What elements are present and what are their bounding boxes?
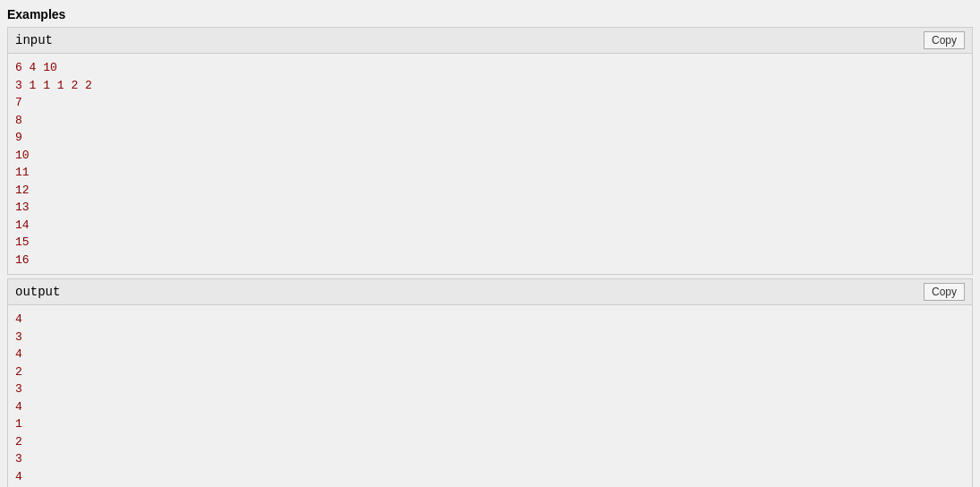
output-copy-button[interactable]: Copy [924,283,965,301]
list-item: 2 [15,433,965,451]
input-copy-button[interactable]: Copy [924,31,965,49]
list-item: 13 [15,199,965,217]
examples-label: Examples [7,7,973,21]
output-section: output Copy 4342341234 [7,278,973,487]
list-item: 1 [15,415,965,433]
list-item: 4 [15,311,965,329]
list-item: 8 [15,112,965,130]
input-section: input Copy 6 4 103 1 1 1 2 2789101112131… [7,27,973,275]
list-item: 6 4 10 [15,59,965,77]
input-section-content: 6 4 103 1 1 1 2 278910111213141516 [8,54,972,274]
list-item: 11 [15,164,965,182]
list-item: 12 [15,182,965,200]
list-item: 7 [15,94,965,112]
input-section-title: input [15,33,53,47]
list-item: 10 [15,147,965,165]
list-item: 16 [15,252,965,269]
output-section-header: output Copy [8,279,972,305]
list-item: 14 [15,217,965,235]
output-section-title: output [15,285,60,299]
list-item: 4 [15,468,965,486]
list-item: 3 [15,450,965,468]
list-item: 3 1 1 1 2 2 [15,77,965,95]
list-item: 9 [15,129,965,147]
input-section-header: input Copy [8,28,972,54]
list-item: 2 [15,363,965,381]
list-item: 4 [15,346,965,363]
list-item: 3 [15,329,965,346]
list-item: 4 [15,398,965,416]
output-section-content: 4342341234 [8,305,972,487]
list-item: 3 [15,380,965,398]
list-item: 15 [15,234,965,252]
